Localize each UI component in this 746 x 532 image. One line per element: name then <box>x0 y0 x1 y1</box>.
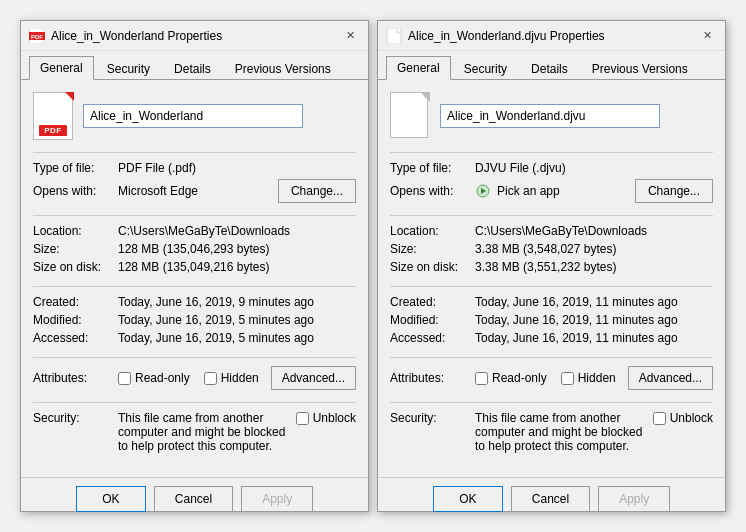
hidden-label-pdf[interactable]: Hidden <box>204 371 259 385</box>
attributes-label-pdf: Attributes: <box>33 371 118 385</box>
content-djvu: Type of file: DJVU File (.djvu) Opens wi… <box>378 80 725 477</box>
unblock-label-djvu[interactable]: Unblock <box>653 411 713 425</box>
size-on-disk-value-pdf: 128 MB (135,049,216 bytes) <box>118 260 356 274</box>
readonly-checkbox-pdf[interactable] <box>118 372 131 385</box>
tab-general-djvu[interactable]: General <box>386 56 451 80</box>
advanced-button-pdf[interactable]: Advanced... <box>271 366 356 390</box>
change-button-djvu[interactable]: Change... <box>635 179 713 203</box>
close-button-pdf[interactable]: ✕ <box>340 26 360 46</box>
modified-value-djvu: Today, June 16, 2019, 11 minutes ago <box>475 313 713 327</box>
accessed-label-djvu: Accessed: <box>390 331 475 345</box>
filename-input-djvu[interactable] <box>440 104 660 128</box>
type-section-pdf: Type of file: PDF File (.pdf) Opens with… <box>33 152 356 207</box>
filename-input-pdf[interactable] <box>83 104 303 128</box>
footer-pdf: OK Cancel Apply <box>21 477 368 520</box>
location-row-djvu: Location: C:\Users\MeGaByTe\Downloads <box>390 224 713 238</box>
tab-details-djvu[interactable]: Details <box>520 56 579 80</box>
location-section-djvu: Location: C:\Users\MeGaByTe\Downloads Si… <box>390 215 713 278</box>
location-row-pdf: Location: C:\Users\MeGaByTe\Downloads <box>33 224 356 238</box>
security-label-pdf: Security: <box>33 411 118 425</box>
content-pdf: PDF Type of file: PDF File (.pdf) Opens … <box>21 80 368 477</box>
file-header-pdf: PDF <box>33 92 356 140</box>
accessed-row-djvu: Accessed: Today, June 16, 2019, 11 minut… <box>390 331 713 345</box>
hidden-label-djvu[interactable]: Hidden <box>561 371 616 385</box>
created-label-pdf: Created: <box>33 295 118 309</box>
size-on-disk-label-djvu: Size on disk: <box>390 260 475 274</box>
checkbox-group-djvu: Read-only Hidden <box>475 371 616 385</box>
unblock-checkbox-djvu[interactable] <box>653 412 666 425</box>
unblock-label-pdf[interactable]: Unblock <box>296 411 356 425</box>
location-label-djvu: Location: <box>390 224 475 238</box>
title-bar-left: PDF Alice_in_Wonderland Properties <box>29 28 222 44</box>
size-on-disk-value-djvu: 3.38 MB (3,551,232 bytes) <box>475 260 713 274</box>
security-text-djvu: This file came from another computer and… <box>475 411 653 453</box>
opens-row-pdf: Opens with: Microsoft Edge Change... <box>33 179 356 203</box>
location-value-pdf: C:\Users\MeGaByTe\Downloads <box>118 224 356 238</box>
type-value-pdf: PDF File (.pdf) <box>118 161 356 175</box>
svg-rect-3 <box>387 28 401 44</box>
created-row-pdf: Created: Today, June 16, 2019, 9 minutes… <box>33 295 356 309</box>
modified-row-djvu: Modified: Today, June 16, 2019, 11 minut… <box>390 313 713 327</box>
dialog-icon-djvu <box>386 28 402 44</box>
dialog-title-pdf: Alice_in_Wonderland Properties <box>51 29 222 43</box>
size-on-disk-row-pdf: Size on disk: 128 MB (135,049,216 bytes) <box>33 260 356 274</box>
unblock-checkbox-pdf[interactable] <box>296 412 309 425</box>
hidden-checkbox-pdf[interactable] <box>204 372 217 385</box>
dialog-title-djvu: Alice_in_Wonderland.djvu Properties <box>408 29 605 43</box>
created-row-djvu: Created: Today, June 16, 2019, 11 minute… <box>390 295 713 309</box>
tab-details-pdf[interactable]: Details <box>163 56 222 80</box>
change-button-pdf[interactable]: Change... <box>278 179 356 203</box>
hidden-checkbox-djvu[interactable] <box>561 372 574 385</box>
tab-security-djvu[interactable]: Security <box>453 56 518 80</box>
cancel-button-pdf[interactable]: Cancel <box>154 486 233 512</box>
security-row-djvu: Security: This file came from another co… <box>390 411 713 453</box>
ok-button-pdf[interactable]: OK <box>76 486 146 512</box>
title-bar-pdf: PDF Alice_in_Wonderland Properties ✕ <box>21 21 368 51</box>
unblock-group-pdf: Unblock <box>296 411 356 425</box>
checkbox-group-pdf: Read-only Hidden <box>118 371 259 385</box>
close-button-djvu[interactable]: ✕ <box>697 26 717 46</box>
type-row-pdf: Type of file: PDF File (.pdf) <box>33 161 356 175</box>
accessed-row-pdf: Accessed: Today, June 16, 2019, 5 minute… <box>33 331 356 345</box>
apply-button-pdf[interactable]: Apply <box>241 486 313 512</box>
size-label-pdf: Size: <box>33 242 118 256</box>
type-row-djvu: Type of file: DJVU File (.djvu) <box>390 161 713 175</box>
dialog-djvu-properties: Alice_in_Wonderland.djvu Properties ✕ Ge… <box>377 20 726 512</box>
tab-previous-versions-djvu[interactable]: Previous Versions <box>581 56 699 80</box>
tab-security-pdf[interactable]: Security <box>96 56 161 80</box>
size-row-djvu: Size: 3.38 MB (3,548,027 bytes) <box>390 242 713 256</box>
ok-button-djvu[interactable]: OK <box>433 486 503 512</box>
dialog-pdf-properties: PDF Alice_in_Wonderland Properties ✕ Gen… <box>20 20 369 512</box>
apply-button-djvu[interactable]: Apply <box>598 486 670 512</box>
readonly-label-djvu[interactable]: Read-only <box>475 371 547 385</box>
footer-djvu: OK Cancel Apply <box>378 477 725 520</box>
pick-app-row: Pick an app <box>475 183 560 199</box>
type-label-djvu: Type of file: <box>390 161 475 175</box>
cancel-button-djvu[interactable]: Cancel <box>511 486 590 512</box>
modified-label-djvu: Modified: <box>390 313 475 327</box>
attributes-label-djvu: Attributes: <box>390 371 475 385</box>
modified-label-pdf: Modified: <box>33 313 118 327</box>
opens-label-pdf: Opens with: <box>33 184 118 198</box>
size-label-djvu: Size: <box>390 242 475 256</box>
size-value-pdf: 128 MB (135,046,293 bytes) <box>118 242 356 256</box>
type-section-djvu: Type of file: DJVU File (.djvu) Opens wi… <box>390 152 713 207</box>
location-label-pdf: Location: <box>33 224 118 238</box>
attributes-section-djvu: Attributes: Read-only Hidden Advanced... <box>390 357 713 394</box>
tab-general-pdf[interactable]: General <box>29 56 94 80</box>
readonly-label-pdf[interactable]: Read-only <box>118 371 190 385</box>
size-on-disk-label-pdf: Size on disk: <box>33 260 118 274</box>
advanced-button-djvu[interactable]: Advanced... <box>628 366 713 390</box>
security-text-pdf: This file came from another computer and… <box>118 411 296 453</box>
dialog-icon: PDF <box>29 28 45 44</box>
size-row-pdf: Size: 128 MB (135,046,293 bytes) <box>33 242 356 256</box>
size-value-djvu: 3.38 MB (3,548,027 bytes) <box>475 242 713 256</box>
djvu-file-icon <box>390 92 430 140</box>
svg-text:PDF: PDF <box>31 34 43 40</box>
attributes-row-pdf: Attributes: Read-only Hidden Advanced... <box>33 366 356 390</box>
unblock-group-djvu: Unblock <box>653 411 713 425</box>
readonly-checkbox-djvu[interactable] <box>475 372 488 385</box>
title-bar-djvu: Alice_in_Wonderland.djvu Properties ✕ <box>378 21 725 51</box>
file-header-djvu <box>390 92 713 140</box>
tab-previous-versions-pdf[interactable]: Previous Versions <box>224 56 342 80</box>
